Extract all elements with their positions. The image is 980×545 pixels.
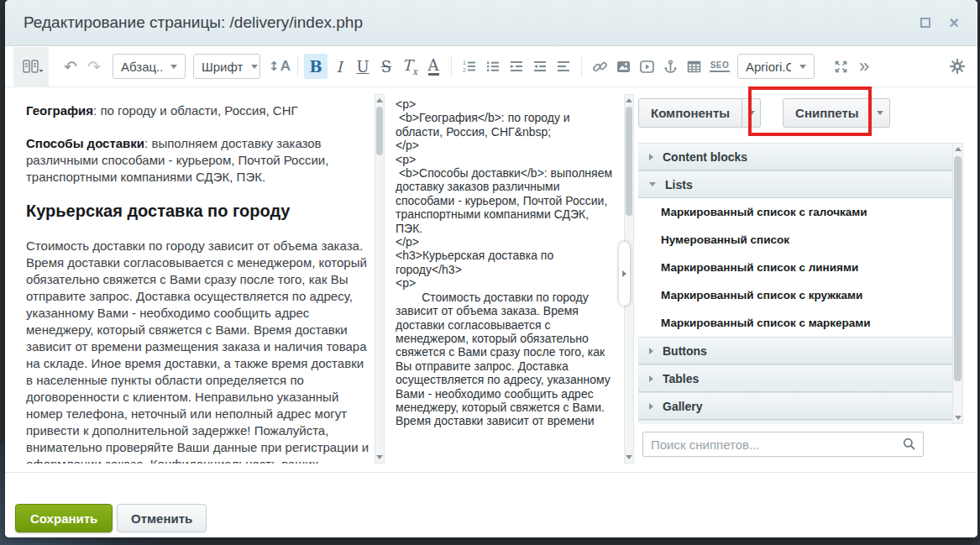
scrollbar-thumb[interactable] (954, 156, 962, 381)
scroll-up-icon[interactable] (376, 98, 383, 102)
outdent-button[interactable] (528, 53, 552, 80)
snippet-item[interactable]: Нумерованный список (638, 226, 952, 254)
wysiwyg-pane[interactable]: География: по городу и области, Россия, … (26, 102, 374, 464)
gear-icon (949, 58, 966, 75)
chevron-right-icon (622, 270, 626, 277)
scrollbar-thumb[interactable] (626, 107, 632, 216)
panel-splitter-handle[interactable] (619, 242, 630, 306)
page-title: Редактирование страницы: /delivery/index… (24, 13, 363, 32)
scroll-up-icon[interactable] (626, 98, 632, 102)
snippets-dropdown-button[interactable] (872, 98, 890, 128)
indent-icon (509, 59, 524, 74)
scroll-down-icon[interactable] (955, 416, 962, 420)
table-icon (686, 59, 702, 75)
underline-icon: U (356, 58, 369, 76)
clear-formatting-button[interactable]: Tx (398, 53, 422, 80)
close-icon[interactable]: × (949, 14, 959, 31)
underline-button[interactable]: U (351, 53, 375, 80)
indent-button[interactable] (505, 53, 528, 80)
italic-icon: I (336, 58, 342, 76)
undo-button[interactable]: ↶ (59, 53, 82, 80)
align-button[interactable] (552, 53, 575, 80)
bold-icon: B (309, 58, 322, 76)
image-button[interactable] (611, 53, 635, 80)
toolbar-separator (581, 55, 582, 77)
scroll-down-icon[interactable] (376, 455, 383, 459)
snippets-accordion: Content blocks Lists Маркированный списо… (638, 143, 952, 424)
section-buttons[interactable]: Buttons (638, 337, 952, 364)
snippet-search-input[interactable] (642, 432, 924, 457)
settings-button[interactable] (946, 53, 969, 80)
snippet-item[interactable]: Маркированный список с кружками (638, 281, 952, 309)
snippet-item[interactable]: Маркированный список с линиями (638, 254, 952, 281)
more-tools-button[interactable]: » (852, 53, 876, 80)
chevron-down-icon (877, 111, 883, 115)
strikethrough-icon: S (381, 58, 391, 76)
style-dropdown[interactable]: Apriori.C... (737, 54, 815, 79)
paragraph: Стоимость доставки по городу зависит от … (26, 238, 374, 464)
scroll-down-icon[interactable] (626, 455, 632, 459)
section-content-blocks[interactable]: Content blocks (638, 143, 952, 170)
components-button[interactable]: Компоненты (638, 98, 742, 128)
bullet-list-button[interactable] (481, 53, 505, 80)
outdent-icon (532, 59, 548, 74)
section-gallery[interactable]: Gallery (638, 392, 952, 420)
chevron-down-icon (799, 65, 806, 69)
dialog-footer: Сохранить Отменить (5, 472, 977, 537)
svg-text:2: 2 (463, 67, 466, 73)
chevron-down-icon (170, 65, 177, 69)
video-icon (639, 59, 655, 75)
section-heading: Курьерская доставка по городу (26, 202, 374, 220)
scroll-up-icon[interactable] (955, 147, 962, 151)
scrollbar-thumb[interactable] (376, 107, 383, 155)
seo-button[interactable]: SEO (705, 53, 734, 80)
chevron-down-icon (748, 111, 755, 115)
bold-button[interactable]: B (304, 53, 328, 80)
bullet-list-icon (485, 59, 500, 74)
redo-button[interactable]: ↷ (82, 53, 106, 80)
line-height-button[interactable]: ↕ A (268, 53, 291, 80)
more-icon: » (859, 55, 869, 77)
paragraph: География: по городу и области, Россия, … (26, 102, 374, 119)
table-button[interactable] (682, 53, 705, 80)
video-button[interactable] (635, 53, 658, 80)
dialog-titlebar: Редактирование страницы: /delivery/index… (5, 0, 977, 46)
section-partial[interactable]: Text + image (638, 420, 952, 424)
svg-text:1: 1 (463, 60, 466, 66)
html-source-pane[interactable]: <p> <b>География</b>: по городу и област… (396, 97, 617, 465)
paragraph: Способы доставки: выполняем доставку зак… (26, 135, 374, 186)
left-pane-scrollbar[interactable] (375, 94, 385, 464)
chevron-right-icon (649, 375, 653, 382)
paragraph-format-dropdown[interactable]: Абзац... (113, 54, 186, 79)
image-icon (616, 59, 631, 75)
cancel-button[interactable]: Отменить (117, 504, 207, 532)
line-height-icon: ↕ (269, 59, 280, 74)
search-icon (902, 437, 917, 455)
fullscreen-button[interactable] (829, 53, 852, 80)
anchor-button[interactable] (658, 53, 682, 80)
font-value: Шрифт (202, 60, 243, 74)
panels-toggle-button[interactable] (13, 47, 49, 86)
clear-formatting-icon: Tx (402, 56, 417, 77)
components-dropdown-button[interactable] (742, 98, 761, 128)
snippets-button[interactable]: Сниппеты (783, 98, 872, 128)
save-button[interactable]: Сохранить (15, 504, 113, 532)
snippet-item[interactable]: Маркированный список с галочками (638, 198, 952, 226)
align-left-icon (556, 59, 571, 74)
accordion-scrollbar[interactable] (952, 143, 963, 424)
strikethrough-button[interactable]: S (375, 53, 398, 80)
link-button[interactable] (588, 53, 611, 80)
ordered-list-icon: 1 2 (462, 59, 477, 74)
text-color-button[interactable]: A (422, 53, 445, 80)
chevron-down-icon (649, 182, 656, 186)
section-lists[interactable]: Lists (638, 170, 952, 198)
maximize-icon[interactable] (920, 18, 930, 28)
chevron-down-icon (251, 65, 258, 69)
toolbar-separator (297, 55, 298, 77)
font-dropdown[interactable]: Шрифт (193, 54, 260, 79)
snippet-item[interactable]: Маркированный список с маркерами (638, 309, 952, 337)
italic-button[interactable]: I (328, 53, 351, 80)
ordered-list-button[interactable]: 1 2 (458, 53, 481, 80)
anchor-icon (663, 59, 679, 75)
section-tables[interactable]: Tables (638, 364, 952, 392)
